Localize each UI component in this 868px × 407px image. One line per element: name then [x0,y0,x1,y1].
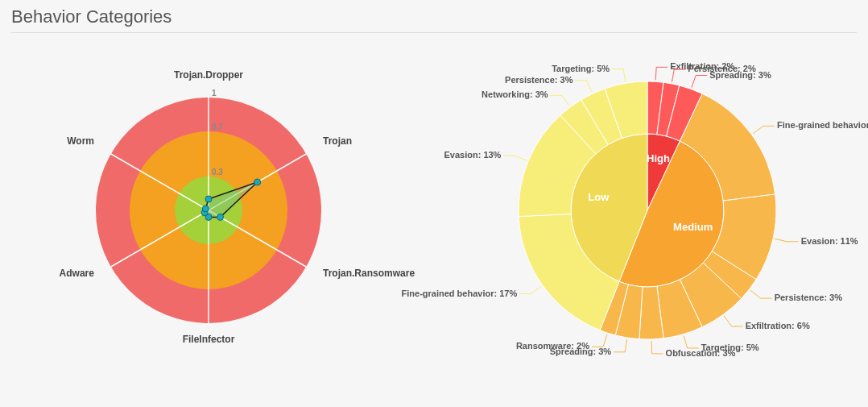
sunburst-outer-label: Obfuscation: 3% [666,348,736,358]
radar-axis-label: Trojan.Dropper [174,69,243,81]
sunburst-outer-label: Persistence: 3% [775,293,843,302]
radar-axis-label: Trojan [323,135,352,147]
radar-chart: Trojan.DropperTrojanTrojan.RansomwareFil… [11,49,414,388]
sunburst-outer-label: Evasion: 11% [801,236,858,246]
radar-point [205,196,212,202]
leader-line [775,239,799,241]
charts-row: Trojan.DropperTrojanTrojan.RansomwareFil… [11,49,857,388]
leader-line [684,336,698,348]
radar-tick-label: 0.3 [212,168,223,177]
radar-axis-label: Trojan.Ransomware [323,268,415,279]
sunburst-outer-label: Ransomware: 2% [516,341,589,351]
leader-line [753,126,775,133]
leader-line [575,81,592,92]
leader-line [692,76,707,88]
leader-line [519,286,541,293]
leader-line [592,334,607,347]
radar-axis-label: Worm [67,135,94,147]
radar-tick-label: 0.7 [212,123,223,131]
leader-line [503,156,527,160]
sunburst-outer-label: Targeting: 5% [552,64,610,73]
sunburst-outer-label: Spreading: 3% [709,70,771,80]
leader-line [724,316,742,326]
leader-line [672,69,685,82]
sunburst-chart: HighMediumLowExfiltration: 2%Persistence… [430,49,865,388]
sunburst-outer-label: Networking: 3% [482,89,548,99]
radar-point [217,214,224,220]
sunburst-outer-label: Fine-grained behavior: 16% [777,120,868,130]
radar-axis-label: Adware [60,268,95,279]
radar-point [254,179,261,185]
sunburst-outer-label: Exfiltration: 6% [746,321,810,330]
sunburst-panel: HighMediumLowExfiltration: 2%Persistence… [430,49,865,388]
sunburst-inner-label: Medium [673,221,713,233]
leader-line [551,95,570,106]
sunburst-outer-label: Fine-grained behavior: 17% [402,289,518,298]
radar-tick-label: 1 [212,89,217,98]
sunburst-outer-label: Persistence: 3% [505,75,573,85]
leader-line [614,339,627,352]
radar-panel: Trojan.DropperTrojanTrojan.RansomwareFil… [11,49,414,388]
page-root: Behavior Categories Trojan.DropperTrojan… [0,0,868,407]
radar-point [202,206,209,212]
sunburst-outer-label: Evasion: 13% [444,150,501,160]
section-title: Behavior Categories [11,6,857,33]
radar-axis-label: FileInfector [183,334,235,345]
leader-line [651,341,663,354]
sunburst-inner-label: Low [588,191,610,203]
leader-line [750,290,772,298]
leader-line [655,67,668,80]
leader-line [612,69,626,82]
sunburst-inner-label: High [647,152,670,164]
